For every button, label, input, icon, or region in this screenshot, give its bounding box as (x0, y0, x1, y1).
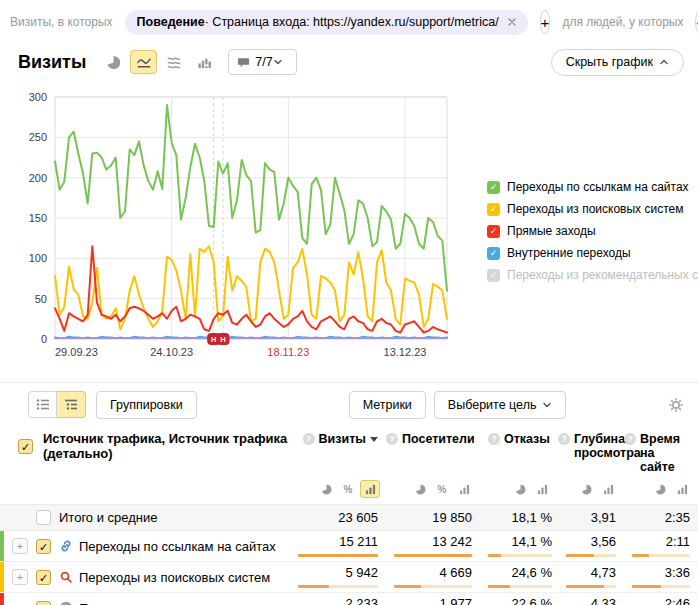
depth-value: 3,56 (558, 531, 624, 561)
help-icon[interactable]: ? (624, 433, 636, 445)
series-color-strip (0, 593, 4, 605)
legend-item-links[interactable]: ✓ Переходы по ссылкам на сайтах (487, 176, 698, 198)
time-value: 3:36 (624, 562, 698, 592)
help-icon[interactable]: ? (386, 433, 398, 445)
row-checkbox[interactable]: ✓ (36, 539, 51, 554)
svg-text:24.10.23: 24.10.23 (150, 346, 193, 358)
percent-icon[interactable]: % (338, 480, 358, 498)
column-header-bounces[interactable]: ?Отказы (480, 431, 558, 446)
time-display-toggles (624, 480, 698, 498)
pie-chart-view-button[interactable] (100, 50, 127, 74)
table-controls: Группировки Метрики Выберите цель (0, 383, 698, 425)
bars-icon[interactable] (672, 480, 692, 498)
svg-text:29.09.23: 29.09.23 (55, 346, 98, 358)
stacked-chart-view-button[interactable] (160, 50, 187, 74)
legend-label: Переходы из поисковых систем (507, 202, 683, 216)
svg-text:0: 0 (41, 333, 47, 345)
column-header-visitors[interactable]: ?Посетители (386, 431, 480, 446)
histogram-icon (196, 55, 212, 70)
choose-goal-label: Выберите цель (448, 398, 537, 412)
legend-item-direct[interactable]: ✓ Прямые заходы (487, 220, 698, 242)
checked-checkbox-icon[interactable]: ✓ (487, 203, 500, 216)
bounces-value: 14,1 % (480, 531, 558, 561)
pie-chart-icon[interactable] (650, 480, 670, 498)
pie-chart-icon[interactable] (510, 480, 530, 498)
metric-bar (632, 585, 690, 588)
report-table-section: Группировки Метрики Выберите цель ✓ Исто… (0, 382, 698, 605)
chevron-up-icon (659, 57, 669, 67)
help-icon[interactable]: ? (303, 433, 315, 445)
tree-list-icon (64, 398, 78, 411)
row-checkbox[interactable] (36, 510, 51, 525)
bars-icon[interactable] (598, 480, 618, 498)
hide-chart-button[interactable]: Скрыть график (551, 49, 684, 76)
bounces-value: 24,6 % (480, 562, 558, 592)
bars-icon[interactable] (360, 480, 380, 498)
pie-chart-icon[interactable] (410, 480, 430, 498)
help-icon[interactable]: ? (558, 433, 570, 445)
legend-item-internal[interactable]: ✓ Внутренние переходы (487, 242, 698, 264)
legend-item-search[interactable]: ✓ Переходы из поисковых систем (487, 198, 698, 220)
line-chart-view-button[interactable] (130, 50, 157, 74)
table-row-direct-traffic[interactable]: ✓ Прямые заходы 2 233 1 977 22,6 % 4,33 … (0, 593, 698, 605)
percent-icon[interactable]: % (432, 480, 452, 498)
pie-chart-icon (106, 55, 121, 70)
metric-bar (394, 585, 472, 588)
pie-chart-icon[interactable] (576, 480, 596, 498)
visitors-display-toggles: % (386, 480, 480, 498)
column-header-depth[interactable]: ?Глубина просмотра (558, 431, 624, 460)
column-header-visits[interactable]: ?Визиты (290, 431, 386, 446)
bars-icon[interactable] (532, 480, 552, 498)
pie-chart-icon[interactable] (316, 480, 336, 498)
flat-list-icon (36, 398, 50, 411)
close-icon[interactable] (506, 16, 518, 28)
dimension-header-cell: ✓ Источник трафика, Источник трафика (де… (0, 431, 290, 461)
svg-text:200: 200 (29, 172, 47, 184)
help-icon[interactable]: ? (488, 433, 500, 445)
chart-title: Визиты (18, 52, 86, 73)
checked-checkbox-icon[interactable]: ✓ (487, 225, 500, 238)
checked-checkbox-icon[interactable]: ✓ (487, 181, 500, 194)
table-row-link-transitions[interactable]: + ✓ Переходы по ссылкам на сайтах 15 211… (0, 531, 698, 562)
dimension-header-label: Источник трафика, Источник трафика (дета… (43, 431, 290, 461)
expand-row-button[interactable]: + (12, 569, 28, 585)
bars-icon[interactable] (454, 480, 474, 498)
visits-value: 15 211 (290, 531, 386, 561)
column-header-time[interactable]: ?Время на сайте (624, 431, 698, 474)
row-label: Итого и средние (59, 510, 157, 525)
metrics-button[interactable]: Метрики (349, 391, 426, 419)
metrica-dashboard: Визиты, в которых Поведение · Страница в… (0, 0, 698, 605)
filter-bar: Визиты, в которых Поведение · Страница в… (0, 0, 698, 36)
tree-list-view-button[interactable] (57, 391, 86, 418)
table-row-totals[interactable]: Итого и средние 23 605 19 850 18,1 % 3,9… (0, 504, 698, 531)
svg-text:100: 100 (29, 252, 47, 264)
legend-item-recommendation[interactable]: ✓ Переходы из рекомендательных систем (487, 264, 698, 286)
svg-text:18.11.23: 18.11.23 (267, 346, 309, 358)
add-visit-filter-button[interactable]: + (540, 10, 551, 34)
time-value: 2:35 (624, 510, 698, 525)
gear-icon (668, 397, 684, 413)
checked-checkbox-icon[interactable]: ✓ (487, 247, 500, 260)
row-checkbox[interactable]: ✓ (36, 601, 51, 605)
visits-value: 2 233 (290, 593, 386, 605)
choose-goal-button[interactable]: Выберите цель (434, 391, 567, 419)
metric-bar (566, 585, 616, 588)
row-checkbox[interactable]: ✓ (36, 570, 51, 585)
settings-button[interactable] (668, 397, 684, 413)
filter-chip[interactable]: Поведение · Страница входа: https://yand… (125, 10, 528, 35)
chevron-down-icon (273, 57, 283, 67)
svg-text:150: 150 (29, 212, 47, 224)
flat-list-view-button[interactable] (28, 391, 57, 418)
table-row-search-transitions[interactable]: + ✓ Переходы из поисковых систем 5 942 4… (0, 562, 698, 593)
histogram-view-button[interactable] (190, 50, 217, 74)
metric-bar (632, 554, 690, 557)
segment-label-people: для людей, у которых (562, 15, 683, 29)
checked-checkbox-icon: ✓ (487, 269, 500, 282)
comments-button[interactable]: 7/7 (228, 49, 296, 75)
time-value: 2:46 (624, 593, 698, 605)
expand-row-button[interactable]: + (12, 538, 28, 554)
metric-bar (298, 554, 378, 557)
comments-count: 7/7 (255, 55, 272, 69)
groupings-button[interactable]: Группировки (96, 391, 197, 419)
select-all-checkbox[interactable]: ✓ (18, 439, 33, 454)
